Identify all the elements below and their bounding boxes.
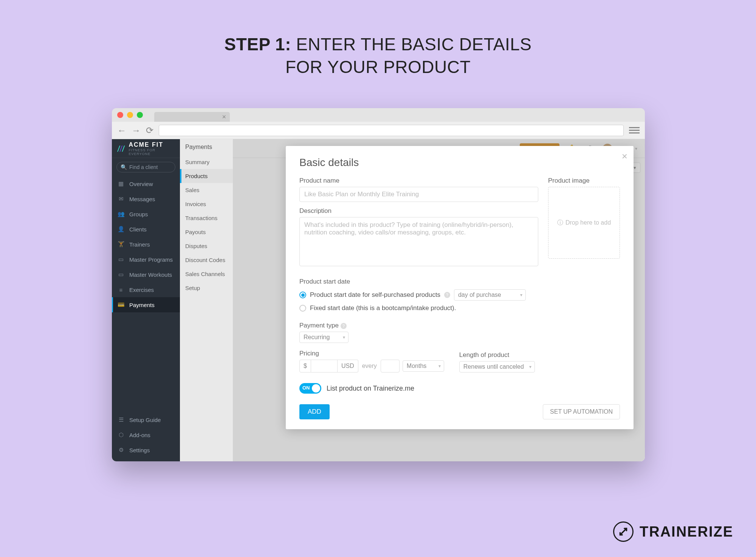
browser-window: × ← → ⟳ ACME FIT FITNESS FOR EVERYONE 🔍 … <box>112 108 645 461</box>
modal-title: Basic details <box>299 157 620 169</box>
price-amount-input[interactable] <box>311 360 338 372</box>
brand-footer: TRAINERIZE <box>613 521 733 542</box>
menu-icon[interactable] <box>629 127 640 133</box>
pricing-inputs: $ USD every Months ▾ <box>299 360 444 372</box>
help-icon[interactable]: ? <box>341 323 347 329</box>
sidebar-item-settings[interactable]: ⚙Settings <box>112 442 180 458</box>
close-window-icon[interactable] <box>117 112 123 118</box>
sidebar-item-groups[interactable]: 👥Groups <box>112 206 180 222</box>
logo: ACME FIT FITNESS FOR EVERYONE <box>112 139 180 158</box>
payments-submenu-header: Payments <box>180 139 233 155</box>
radio-fixed-label: Fixed start date (this is a bootcamp/int… <box>310 304 456 312</box>
payment-type-label: Payment type ? <box>299 322 620 329</box>
period-unit-select[interactable]: Months ▾ <box>403 360 444 372</box>
toggle-label: List product on Trainerize.me <box>327 385 414 393</box>
start-date-label: Product start date <box>299 278 620 285</box>
sidebar-item-overview[interactable]: ▦Overview <box>112 176 180 191</box>
every-label: every <box>358 363 381 369</box>
sidebar-item-setup-guide[interactable]: ☰Setup Guide <box>112 412 180 427</box>
url-input[interactable] <box>159 125 624 136</box>
submenu-setup[interactable]: Setup <box>180 281 233 295</box>
product-image-label: Product image <box>548 177 620 185</box>
payment-type-select[interactable]: Recurring ▾ <box>299 332 349 343</box>
traffic-lights <box>117 112 143 118</box>
info-icon: ⓘ <box>557 219 563 227</box>
radio-fixed-date[interactable] <box>299 305 306 312</box>
sidebar-item-exercises[interactable]: ≡Exercises <box>112 282 180 297</box>
logo-tagline: FITNESS FOR EVERYONE <box>129 148 175 156</box>
chevron-down-icon: ▾ <box>520 292 522 298</box>
chevron-down-icon: ▾ <box>343 335 345 340</box>
submenu-sales[interactable]: Sales <box>180 183 233 197</box>
sidebar-item-master-workouts[interactable]: ▭Master Workouts <box>112 267 180 282</box>
list-product-toggle[interactable]: ON <box>299 383 321 394</box>
submenu-payouts[interactable]: Payouts <box>180 225 233 239</box>
currency-code: USD <box>338 360 358 372</box>
sidebar-item-addons[interactable]: ⬡Add-ons <box>112 427 180 442</box>
sidebar-item-trainers[interactable]: 🏋Trainers <box>112 237 180 252</box>
sidebar-item-master-programs[interactable]: ▭Master Programs <box>112 252 180 267</box>
addons-icon: ⬡ <box>117 431 125 439</box>
search-placeholder: Find a client <box>129 164 158 170</box>
period-count-input[interactable] <box>381 360 400 372</box>
basic-details-modal: × Basic details Product name Description… <box>286 146 634 429</box>
image-dropzone[interactable]: ⓘDrop here to add <box>548 187 620 259</box>
minimize-window-icon[interactable] <box>127 112 133 118</box>
logo-text: ACME FIT <box>129 141 175 148</box>
radio-self-purchase[interactable] <box>299 292 306 298</box>
description-label: Description <box>299 207 538 215</box>
chevron-down-icon: ▾ <box>438 363 441 369</box>
radio-self-label: Product start date for self-purchased pr… <box>310 291 440 299</box>
setup-guide-icon: ☰ <box>117 416 125 424</box>
messages-icon: ✉ <box>117 195 125 203</box>
product-name-label: Product name <box>299 177 538 185</box>
payments-submenu: Payments Summary Products Sales Invoices… <box>180 139 233 461</box>
workouts-icon: ▭ <box>117 271 125 278</box>
browser-toolbar: ← → ⟳ <box>112 122 645 139</box>
add-button[interactable]: ADD <box>299 404 330 419</box>
submenu-discount-codes[interactable]: Discount Codes <box>180 253 233 267</box>
back-icon[interactable]: ← <box>117 125 126 136</box>
length-select[interactable]: Renews until canceled ▾ <box>459 361 535 372</box>
chevron-down-icon: ▾ <box>529 364 531 369</box>
reload-icon[interactable]: ⟳ <box>146 125 153 136</box>
start-date-select[interactable]: day of purchase ▾ <box>454 289 526 301</box>
payments-icon: 💳 <box>117 301 125 309</box>
app-root: ACME FIT FITNESS FOR EVERYONE 🔍 Find a c… <box>112 139 645 461</box>
exercises-icon: ≡ <box>117 286 125 293</box>
submenu-sales-channels[interactable]: Sales Channels <box>180 267 233 281</box>
main-content: ADD NEW ▾ 🔔 ? Elle D. ▾ oduct Name▾ SELL… <box>233 139 645 461</box>
headline-line2: FOR YOUR PRODUCT <box>0 57 756 77</box>
sidebar: ACME FIT FITNESS FOR EVERYONE 🔍 Find a c… <box>112 139 180 461</box>
settings-icon: ⚙ <box>117 446 125 454</box>
submenu-invoices[interactable]: Invoices <box>180 197 233 211</box>
groups-icon: 👥 <box>117 210 125 218</box>
search-icon: 🔍 <box>121 164 127 170</box>
close-icon[interactable]: × <box>622 150 627 162</box>
browser-titlebar: × <box>112 108 645 122</box>
sidebar-item-clients[interactable]: 👤Clients <box>112 222 180 237</box>
length-label: Length of product <box>459 351 535 359</box>
search-client-input[interactable]: 🔍 Find a client <box>116 162 175 172</box>
brand-icon <box>613 521 634 542</box>
logo-icon <box>116 144 125 154</box>
forward-icon[interactable]: → <box>132 125 141 136</box>
pricing-label: Pricing <box>299 350 444 357</box>
sidebar-item-messages[interactable]: ✉Messages <box>112 191 180 206</box>
trainers-icon: 🏋 <box>117 240 125 248</box>
close-tab-icon[interactable]: × <box>222 113 226 121</box>
programs-icon: ▭ <box>117 256 125 263</box>
submenu-summary[interactable]: Summary <box>180 155 233 169</box>
headline: STEP 1: ENTER THE BASIC DETAILS <box>0 34 756 54</box>
submenu-products[interactable]: Products <box>180 169 233 183</box>
brand-text: TRAINERIZE <box>640 524 733 540</box>
product-name-input[interactable] <box>299 187 538 202</box>
description-input[interactable] <box>299 217 538 266</box>
maximize-window-icon[interactable] <box>137 112 143 118</box>
browser-tab[interactable]: × <box>154 112 230 122</box>
submenu-disputes[interactable]: Disputes <box>180 239 233 253</box>
submenu-transactions[interactable]: Transactions <box>180 211 233 225</box>
help-icon[interactable]: ? <box>444 292 450 298</box>
sidebar-item-payments[interactable]: 💳Payments <box>112 297 180 312</box>
setup-automation-button[interactable]: SET UP AUTOMATION <box>543 404 620 419</box>
